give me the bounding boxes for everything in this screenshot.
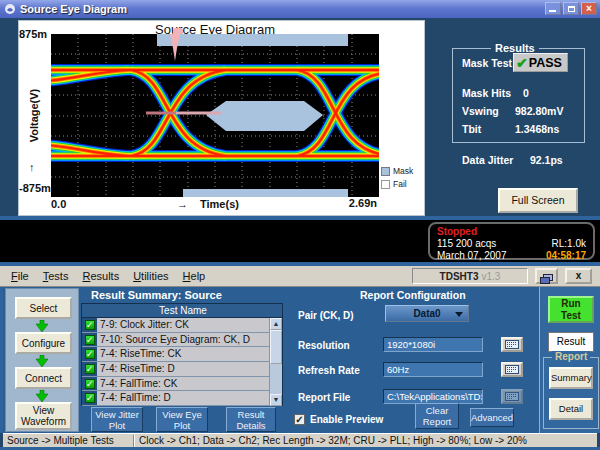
acquisition-date: March 07, 2007 [437,250,507,261]
eye-diagram-plot [51,34,379,197]
mask-region-bottom [183,189,348,197]
menu-item-help[interactable]: Help [176,268,213,284]
flow-arrow-icon [35,320,49,332]
run-panel: Run Test Result Report Summary Detail [539,287,600,433]
test-checkbox[interactable] [82,318,97,332]
enable-preview-label: Enable Preview [310,414,383,425]
check-icon [85,335,95,345]
mask-test-label: Mask Test [462,57,512,69]
test-checkbox[interactable] [82,391,97,405]
minimize-icon [549,10,556,12]
checkbox-column-header [82,304,97,318]
close-button[interactable]: × [581,2,597,15]
connect-button[interactable]: Connect [15,367,72,389]
table-row[interactable]: 7-9: Clock Jitter: CK [82,318,270,333]
select-button[interactable]: Select [15,297,72,319]
refresh-rate-input[interactable]: 60Hz [383,362,483,377]
status-separator [133,435,135,447]
clear-report-button[interactable]: Clear Report [415,403,459,429]
mask-hits-value: 0 [523,87,529,99]
app-switch-button[interactable] [535,268,558,284]
enable-preview-checkbox[interactable] [294,414,305,425]
table-scrollbar[interactable]: ▲ ▼ [269,318,282,406]
test-name-cell: 7-9: Clock Jitter: CK [97,318,270,332]
keyboard-icon [505,365,519,374]
view-waveform-button[interactable]: View Waveform [15,402,72,430]
legend-mask: Mask [381,166,413,176]
view-jitter-plot-button[interactable]: View Jitter Plot [91,407,143,432]
report-file-label: Report File [298,392,350,403]
x-axis-max-label: 2.69n [335,197,377,209]
menu-item-file[interactable]: File [4,268,36,284]
mask-region-center [206,101,323,131]
pair-dropdown[interactable]: Data0 [385,305,469,322]
pair-label: Pair (CK, D) [298,310,354,321]
app-version: v1.3 [482,271,501,282]
resolution-input[interactable]: 1920*1080i [383,337,483,352]
table-row[interactable]: 7-4: FallTime: D [82,391,270,406]
status-bar: Source -> Multiple Tests Clock -> Ch1; D… [3,433,597,447]
table-row[interactable]: 7-4: RiseTime: CK [82,347,270,362]
test-checkbox[interactable] [82,347,97,361]
acquisition-count: 115 200 acqs [437,238,496,249]
y-axis-min-label: -875m [19,182,49,194]
advanced-button[interactable]: Advanced [470,408,514,427]
refresh-rate-label: Refresh Rate [298,365,360,376]
test-checkbox[interactable] [82,377,97,391]
report-file-browse-button[interactable] [501,389,523,404]
cursor-hline-right[interactable] [176,112,221,115]
flow-panel: Select Configure Connect View Waveform [5,288,79,432]
x-axis-title: → Time(s) [177,198,239,210]
check-icon [85,393,95,403]
table-row[interactable]: 7-4: FallTime: CK [82,377,270,392]
test-checkbox[interactable] [82,362,97,376]
result-details-button[interactable]: Result Details [226,407,276,432]
menu-item-utilities[interactable]: Utilities [126,268,175,284]
application-area: Select Configure Connect View Waveform R… [0,287,600,433]
chevron-down-icon [455,312,463,317]
full-screen-button[interactable]: Full Screen [498,188,578,213]
scrollbar-thumb[interactable] [270,330,282,364]
mask-legend-swatch [381,167,390,176]
vswing-label: Vswing [462,105,499,117]
window-title: Source Eye Diagram [20,3,127,15]
test-checkbox[interactable] [82,333,97,347]
x-axis-label: Time(s) [200,198,239,210]
report-file-input[interactable]: C:\TekApplications\TDSHT [383,389,483,404]
test-name-cell: 7-4: RiseTime: D [97,362,270,376]
resolution-keypad-button[interactable] [501,337,523,352]
check-icon [85,320,95,330]
run-test-button[interactable]: Run Test [548,296,594,323]
eye-diagram-window: Source Eye Diagram 875m Voltage(V) ↑ -87… [18,20,425,216]
refresh-keypad-button[interactable] [501,362,523,377]
y-axis-label: Voltage(V) [28,76,41,156]
configure-button[interactable]: Configure [15,332,72,354]
menu-item-results[interactable]: Results [75,268,126,284]
results-group: Results Mask Test PASS Mask Hits 0 Vswin… [452,48,585,143]
menu-bar: File Tests Results Utilities Help TDSHT3… [0,266,600,287]
detail-report-button[interactable]: Detail [549,398,593,420]
table-row[interactable]: 7-4: RiseTime: D [82,362,270,377]
pair-dropdown-value: Data0 [413,308,440,319]
menu-item-tests[interactable]: Tests [36,268,76,284]
report-configuration-title: Report Configuration [360,289,466,301]
data-jitter-label: Data Jitter [462,154,513,166]
scroll-down-button[interactable]: ▼ [270,394,282,406]
app-icon [4,3,16,15]
acquisition-time: 04:58:17 [546,250,586,261]
summary-report-button[interactable]: Summary [549,367,593,389]
mask-test-status-badge: PASS [513,53,568,72]
table-row[interactable]: 7-10: Source Eye Diagram: CK, D [82,333,270,348]
close-icon: × [582,3,596,14]
app-close-button[interactable]: x [565,268,592,284]
title-bar: Source Eye Diagram × [0,0,600,18]
view-eye-plot-button[interactable]: View Eye Plot [156,407,208,432]
scroll-up-button[interactable]: ▲ [270,318,282,330]
result-button[interactable]: Result [548,332,594,352]
maximize-button[interactable] [563,2,579,15]
minimize-button[interactable] [545,2,561,15]
test-name-column-header: Test Name [97,304,269,318]
cursor-hline-left[interactable] [146,112,176,115]
pass-check-icon [516,55,529,71]
mask-hits-label: Mask Hits [462,87,511,99]
